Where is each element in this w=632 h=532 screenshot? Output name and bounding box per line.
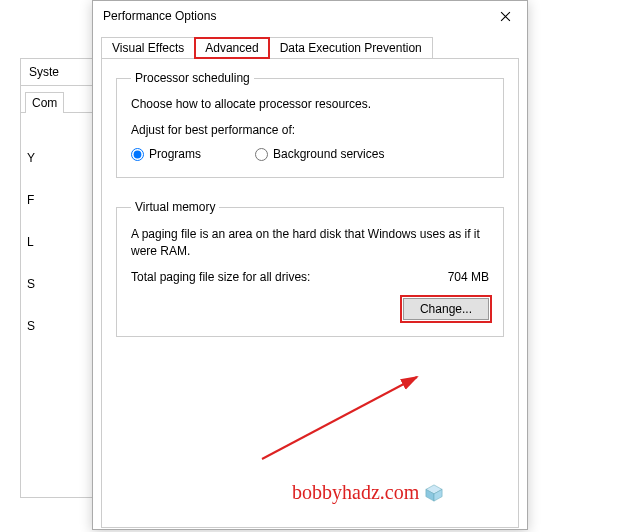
close-icon — [500, 11, 511, 22]
cube-icon — [425, 484, 443, 502]
processor-desc: Choose how to allocate processor resourc… — [131, 97, 489, 111]
vm-total-value: 704 MB — [448, 270, 489, 284]
radio-background[interactable]: Background services — [255, 147, 384, 161]
titlebar: Performance Options — [93, 1, 527, 31]
change-button[interactable]: Change... — [403, 298, 489, 320]
radio-programs-input[interactable] — [131, 148, 144, 161]
svg-marker-1 — [426, 484, 442, 493]
vm-desc: A paging file is an area on the hard dis… — [131, 226, 489, 260]
bg-tab: Com — [25, 92, 64, 113]
vm-total-label: Total paging file size for all drives: — [131, 270, 310, 284]
radio-background-label: Background services — [273, 147, 384, 161]
processor-scheduling-group: Processor scheduling Choose how to alloc… — [116, 71, 504, 178]
performance-options-dialog: Performance Options Visual Effects Advan… — [92, 0, 528, 530]
svg-line-0 — [262, 377, 417, 459]
tab-dep[interactable]: Data Execution Prevention — [269, 37, 433, 59]
tab-panel-advanced: Processor scheduling Choose how to alloc… — [101, 58, 519, 528]
virtual-memory-group: Virtual memory A paging file is an area … — [116, 200, 504, 337]
group-legend: Virtual memory — [131, 200, 219, 214]
tab-advanced[interactable]: Advanced — [194, 37, 269, 59]
radio-background-input[interactable] — [255, 148, 268, 161]
annotation-arrow-icon — [252, 369, 432, 469]
adjust-label: Adjust for best performance of: — [131, 123, 489, 137]
close-button[interactable] — [483, 1, 527, 31]
svg-marker-2 — [426, 489, 434, 501]
watermark-text: bobbyhadz.com — [292, 481, 419, 504]
radio-programs-label: Programs — [149, 147, 201, 161]
tab-visual-effects[interactable]: Visual Effects — [101, 37, 195, 59]
dialog-title: Performance Options — [103, 9, 216, 23]
watermark: bobbyhadz.com — [292, 481, 443, 504]
radio-programs[interactable]: Programs — [131, 147, 201, 161]
tab-row: Visual Effects Advanced Data Execution P… — [101, 37, 519, 59]
svg-marker-3 — [434, 489, 442, 501]
group-legend: Processor scheduling — [131, 71, 254, 85]
